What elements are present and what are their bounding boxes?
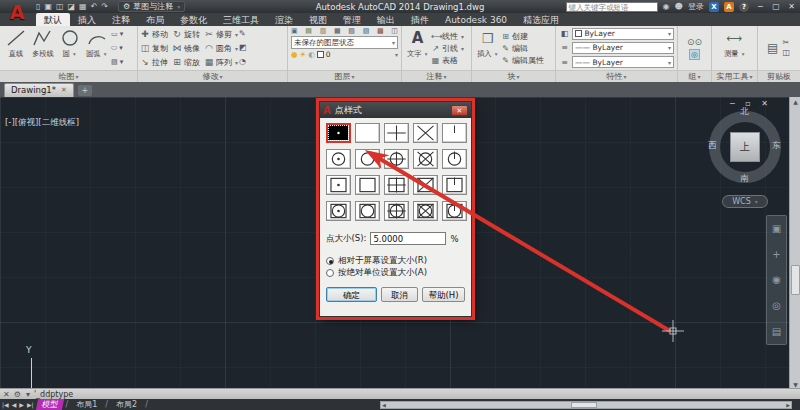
create-block-tool[interactable]: ⊞创建 xyxy=(501,31,544,42)
point-style-square-circle-blank[interactable] xyxy=(355,201,380,221)
layer-tool-icon-8[interactable]: ◫ xyxy=(391,27,398,35)
layer-tool-icon-4[interactable]: ▦ xyxy=(334,27,341,35)
prev-tab-icon[interactable]: ◀ xyxy=(12,401,17,408)
ellipse-icon[interactable]: ⬭ ▾ xyxy=(111,43,123,53)
ribbon-tab-9[interactable]: 管理 xyxy=(335,13,369,26)
layer-state-dropdown[interactable]: 未保存的图层状态▾ xyxy=(291,36,398,49)
exchange-apps-icon[interactable]: X xyxy=(709,2,719,12)
layer-tool-icon-2[interactable]: ▤ xyxy=(305,27,312,35)
panel-label-properties[interactable]: 特性▾ xyxy=(556,70,677,82)
point-style-square-circle-tick[interactable] xyxy=(442,201,467,221)
copy-clip-icon[interactable]: ◫ xyxy=(782,48,790,58)
edit-attributes-tool[interactable]: ✎编辑属性 xyxy=(501,55,544,66)
first-tab-icon[interactable]: |◀ xyxy=(2,401,9,408)
absolute-units-radio[interactable]: 按绝对单位设置大小(A) xyxy=(326,267,465,279)
erase-icon[interactable]: ✎ xyxy=(239,29,247,39)
viewcube[interactable]: 北 西 东 南 上 WCS▾ xyxy=(706,107,784,217)
compass-east[interactable]: 东 xyxy=(772,140,781,152)
compass-north[interactable]: 北 xyxy=(740,106,749,118)
next-tab-icon[interactable]: ▶ xyxy=(19,401,24,408)
vertical-scroll-thumb[interactable] xyxy=(791,265,800,295)
vertical-scrollbar[interactable]: ▲ ▼ xyxy=(789,97,800,389)
layer-select-dropdown[interactable]: ● ☀ ◐ 0 ▾ xyxy=(291,50,398,59)
pan-icon[interactable]: + xyxy=(772,249,780,260)
point-style-circle-cross[interactable] xyxy=(413,149,438,169)
ungroup-icon[interactable]: ◎ xyxy=(689,49,700,60)
scroll-up-icon[interactable]: ▲ xyxy=(790,98,800,105)
minimize-button[interactable]: ─ xyxy=(754,2,767,11)
trim-tool[interactable]: ✂修剪▾ xyxy=(204,27,238,41)
viewport-controls[interactable]: [-][俯视][二维线框] xyxy=(5,117,79,129)
ribbon-tab-1[interactable]: 默认 xyxy=(36,13,70,26)
ribbon-tab-4[interactable]: 布局 xyxy=(138,13,172,26)
compass-south[interactable]: 南 xyxy=(740,173,749,185)
panel-label-layers[interactable]: 图层▾ xyxy=(288,70,401,82)
point-style-square-blank[interactable] xyxy=(355,175,380,195)
point-style-blank[interactable] xyxy=(355,123,380,143)
full-nav-wheel-icon[interactable]: ▣ xyxy=(772,223,781,234)
customize-command-icon[interactable]: ⚙ xyxy=(14,390,21,399)
point-style-square-tick[interactable] xyxy=(442,175,467,195)
move-tool[interactable]: ✚移动 xyxy=(140,27,168,41)
polyline-tool[interactable]: 多段线 xyxy=(29,27,56,69)
point-style-square-cross[interactable] xyxy=(413,175,438,195)
object-color-dropdown[interactable]: ◧ ByLayer▾ xyxy=(559,27,674,40)
cancel-button[interactable]: 取消 xyxy=(381,287,418,302)
close-tab-icon[interactable]: ✕ xyxy=(61,84,67,97)
layout2-tab[interactable]: 布局2 xyxy=(111,399,142,410)
line-tool[interactable]: 直线 xyxy=(2,27,29,69)
panel-label-modify[interactable]: 修改▾ xyxy=(138,70,287,82)
wcs-menu[interactable]: WCS▾ xyxy=(722,195,768,208)
text-tool[interactable]: A 文字 ▾ xyxy=(404,27,431,69)
plot-icon[interactable]: ▦ xyxy=(79,2,87,11)
layer-tool-icon-7[interactable]: ▩ xyxy=(377,27,384,35)
circle-tool[interactable]: 圆 ▾ xyxy=(56,27,83,69)
last-tab-icon[interactable]: ▶| xyxy=(27,401,34,408)
cut-icon[interactable]: ✂ xyxy=(782,38,790,48)
edit-block-tool[interactable]: ✎编辑 xyxy=(501,43,544,54)
new-file-icon[interactable]: ▯ xyxy=(36,2,40,11)
panel-label-annotate[interactable]: 注释▾ xyxy=(402,70,471,82)
dialog-title-bar[interactable]: A 点样式 ✕ xyxy=(320,102,471,118)
layer-tool-icon-5[interactable]: ▧ xyxy=(348,27,355,35)
viewcube-top-face[interactable]: 上 xyxy=(730,132,760,162)
point-style-circle-plus[interactable] xyxy=(384,149,409,169)
point-style-square-circle-cross[interactable] xyxy=(413,201,438,221)
point-style-square-plus[interactable] xyxy=(384,175,409,195)
point-style-square-dot[interactable] xyxy=(326,175,351,195)
close-button[interactable]: ✕ xyxy=(785,2,798,11)
table-tool[interactable]: ▦表格 xyxy=(431,55,464,66)
ribbon-tab-7[interactable]: 渲染 xyxy=(267,13,301,26)
point-style-tick[interactable] xyxy=(442,123,467,143)
search-input[interactable]: 键入关键字或短语 xyxy=(566,2,658,12)
leader-tool[interactable]: ↗引线▾ xyxy=(431,43,464,54)
showmotion-icon[interactable]: ▤ xyxy=(772,326,781,337)
panel-label-draw[interactable]: 绘图▾ xyxy=(0,70,137,82)
rectangle-icon[interactable]: ▭ ▾ xyxy=(111,29,123,39)
point-style-square-circle-dot[interactable] xyxy=(326,201,351,221)
measure-tool[interactable]: ⟷ 测量 ▾ xyxy=(714,27,755,69)
scroll-left-icon[interactable]: ◀ xyxy=(382,402,386,409)
point-style-plus[interactable] xyxy=(384,123,409,143)
insert-block-tool[interactable]: ❒ 插入 ▾ xyxy=(474,27,501,69)
ribbon-tab-6[interactable]: 三维工具 xyxy=(215,13,267,26)
layer-tool-icon-3[interactable]: ▥ xyxy=(320,27,327,35)
undo-icon[interactable]: ↶ xyxy=(91,2,98,11)
ribbon-tab-3[interactable]: 注释 xyxy=(104,13,138,26)
restore-button[interactable]: ▢ xyxy=(769,2,782,11)
point-style-circle-dot[interactable] xyxy=(326,149,351,169)
help-icon[interactable]: ? xyxy=(739,2,749,12)
hatch-icon[interactable]: ▨ ▾ xyxy=(111,57,123,67)
ribbon-tab-2[interactable]: 插入 xyxy=(70,13,104,26)
linetype-dropdown[interactable]: ≡—— ByLayer▾ xyxy=(559,41,674,54)
redo-icon[interactable]: ↷ xyxy=(101,2,108,11)
ribbon-tab-13[interactable]: 精选应用 xyxy=(515,13,567,26)
panel-label-block[interactable]: 块▾ xyxy=(472,70,555,82)
copy-tool[interactable]: ◫复制 xyxy=(140,41,168,55)
file-tab-drawing1[interactable]: Drawing1*✕ xyxy=(4,83,74,97)
mirror-tool[interactable]: ⋈镜像 xyxy=(172,41,200,55)
help-button[interactable]: 帮助(H) xyxy=(422,287,465,302)
rotate-tool[interactable]: ↻旋转 xyxy=(172,27,200,41)
point-style-dot[interactable] xyxy=(326,123,351,143)
ok-button[interactable]: 确定 xyxy=(326,287,377,302)
